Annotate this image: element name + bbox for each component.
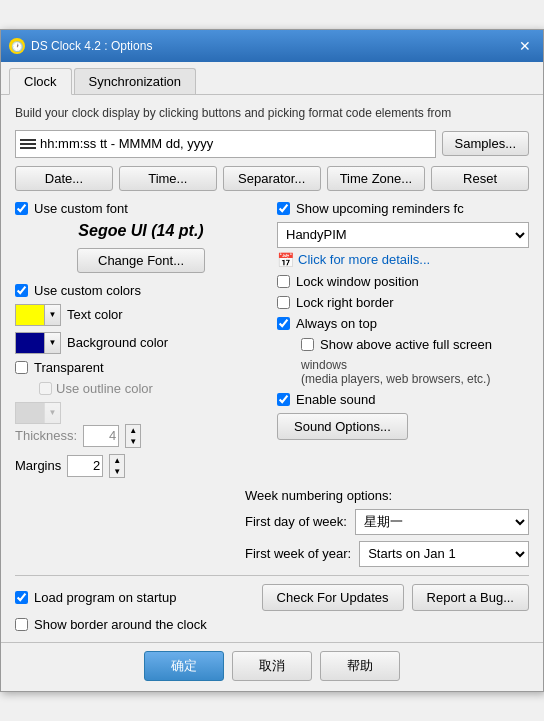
outline-swatch-wrap: ▼ xyxy=(15,402,61,424)
use-custom-font-row: Use custom font xyxy=(15,201,267,216)
description-text: Build your clock display by clicking but… xyxy=(15,105,529,122)
use-custom-font-label: Use custom font xyxy=(34,201,128,216)
thickness-spinner: ▲ ▼ xyxy=(125,424,141,448)
format-input-wrap xyxy=(15,130,436,158)
text-color-swatch xyxy=(16,305,44,325)
show-reminders-checkbox[interactable] xyxy=(277,202,290,215)
first-day-select[interactable]: 星期一 xyxy=(355,509,529,535)
cancel-button[interactable]: 取消 xyxy=(232,651,312,681)
tab-sync[interactable]: Synchronization xyxy=(74,68,197,94)
reminder-app-select[interactable]: HandyPIM xyxy=(277,222,529,248)
outline-swatch-area: ▼ xyxy=(15,402,267,424)
text-color-row: ▼ Text color xyxy=(15,304,267,326)
first-week-label: First week of year: xyxy=(245,546,351,561)
thickness-down[interactable]: ▼ xyxy=(126,436,140,447)
transparent-label: Transparent xyxy=(34,360,104,375)
thickness-input[interactable] xyxy=(83,425,119,447)
sound-options-button[interactable]: Sound Options... xyxy=(277,413,408,440)
first-day-label: First day of week: xyxy=(245,514,347,529)
margins-label: Margins xyxy=(15,458,61,473)
divider xyxy=(15,575,529,576)
week-numbering-section: Week numbering options: First day of wee… xyxy=(15,488,529,567)
always-on-top-checkbox[interactable] xyxy=(277,317,290,330)
change-font-button[interactable]: Change Font... xyxy=(77,248,205,273)
use-outline-color-checkbox[interactable] xyxy=(39,382,52,395)
text-color-swatch-wrap: ▼ xyxy=(15,304,61,326)
transparent-row: Transparent xyxy=(15,360,267,375)
always-on-top-label: Always on top xyxy=(296,316,377,331)
margins-row: Margins ▲ ▼ xyxy=(15,454,267,478)
media-label: (media players, web browsers, etc.) xyxy=(301,372,529,386)
margins-up[interactable]: ▲ xyxy=(110,455,124,466)
title-bar: 🕐 DS Clock 4.2 : Options ✕ xyxy=(1,30,543,62)
outline-color-row: Use outline color xyxy=(39,381,267,396)
margins-input[interactable] xyxy=(67,455,103,477)
date-button[interactable]: Date... xyxy=(15,166,113,191)
outline-color-dropdown[interactable]: ▼ xyxy=(44,403,60,423)
thickness-label: Thickness: xyxy=(15,428,77,443)
bottom-action-row: Load program on startup Check For Update… xyxy=(15,584,529,611)
calendar-icon: 📅 xyxy=(277,252,294,268)
lock-window-label: Lock window position xyxy=(296,274,419,289)
app-icon: 🕐 xyxy=(9,38,25,54)
samples-button[interactable]: Samples... xyxy=(442,131,529,156)
use-custom-font-checkbox[interactable] xyxy=(15,202,28,215)
outline-color-check: Use outline color xyxy=(39,381,153,396)
show-border-label: Show border around the clock xyxy=(34,617,207,632)
show-border-row: Show border around the clock xyxy=(15,617,529,632)
show-reminders-row: Show upcoming reminders fc xyxy=(277,201,529,216)
separator-button[interactable]: Separator... xyxy=(223,166,321,191)
show-above-row: Show above active full screen xyxy=(301,337,529,352)
lock-window-checkbox[interactable] xyxy=(277,275,290,288)
left-column: Use custom font Segoe UI (14 pt.) Change… xyxy=(15,201,267,484)
check-updates-button[interactable]: Check For Updates xyxy=(262,584,404,611)
format-input[interactable] xyxy=(40,136,431,151)
lock-window-row: Lock window position xyxy=(277,274,529,289)
format-row: Samples... xyxy=(15,130,529,158)
format-buttons-row: Date... Time... Separator... Time Zone..… xyxy=(15,166,529,191)
background-color-dropdown[interactable]: ▼ xyxy=(44,333,60,353)
load-startup-label: Load program on startup xyxy=(34,590,176,605)
help-button[interactable]: 帮助 xyxy=(320,651,400,681)
timezone-button[interactable]: Time Zone... xyxy=(327,166,425,191)
show-border-checkbox[interactable] xyxy=(15,618,28,631)
tabs-bar: Clock Synchronization xyxy=(1,62,543,95)
enable-sound-checkbox[interactable] xyxy=(277,393,290,406)
lock-right-border-checkbox[interactable] xyxy=(277,296,290,309)
margins-down[interactable]: ▼ xyxy=(110,466,124,477)
close-button[interactable]: ✕ xyxy=(515,36,535,56)
right-column: Show upcoming reminders fc HandyPIM 📅 Cl… xyxy=(277,201,529,484)
lock-right-border-label: Lock right border xyxy=(296,295,394,310)
tab-clock[interactable]: Clock xyxy=(9,68,72,95)
first-day-row: First day of week: 星期一 xyxy=(245,509,529,535)
transparent-checkbox[interactable] xyxy=(15,361,28,374)
confirm-button[interactable]: 确定 xyxy=(144,651,224,681)
windows-label: windows xyxy=(301,358,529,372)
background-color-row: ▼ Background color xyxy=(15,332,267,354)
clock-content: Build your clock display by clicking but… xyxy=(1,95,543,642)
background-color-swatch xyxy=(16,333,44,353)
use-outline-color-label: Use outline color xyxy=(56,381,153,396)
enable-sound-label: Enable sound xyxy=(296,392,376,407)
text-color-label: Text color xyxy=(67,307,123,322)
load-startup-checkbox[interactable] xyxy=(15,591,28,604)
font-display: Segoe UI (14 pt.) xyxy=(15,222,267,240)
first-week-select[interactable]: Starts on Jan 1 xyxy=(359,541,529,567)
show-above-label: Show above active full screen xyxy=(320,337,492,352)
use-custom-colors-label: Use custom colors xyxy=(34,283,141,298)
background-color-label: Background color xyxy=(67,335,168,350)
reset-button[interactable]: Reset xyxy=(431,166,529,191)
text-color-dropdown[interactable]: ▼ xyxy=(44,305,60,325)
click-details-label: Click for more details... xyxy=(298,252,430,267)
report-bug-button[interactable]: Report a Bug... xyxy=(412,584,529,611)
thickness-up[interactable]: ▲ xyxy=(126,425,140,436)
background-color-swatch-wrap: ▼ xyxy=(15,332,61,354)
time-button[interactable]: Time... xyxy=(119,166,217,191)
enable-sound-row: Enable sound xyxy=(277,392,529,407)
use-custom-colors-checkbox[interactable] xyxy=(15,284,28,297)
main-window: 🕐 DS Clock 4.2 : Options ✕ Clock Synchro… xyxy=(0,29,544,692)
use-custom-colors-row: Use custom colors xyxy=(15,283,267,298)
show-above-checkbox[interactable] xyxy=(301,338,314,351)
click-details-link[interactable]: 📅 Click for more details... xyxy=(277,252,529,268)
format-lines-icon[interactable] xyxy=(20,139,36,149)
